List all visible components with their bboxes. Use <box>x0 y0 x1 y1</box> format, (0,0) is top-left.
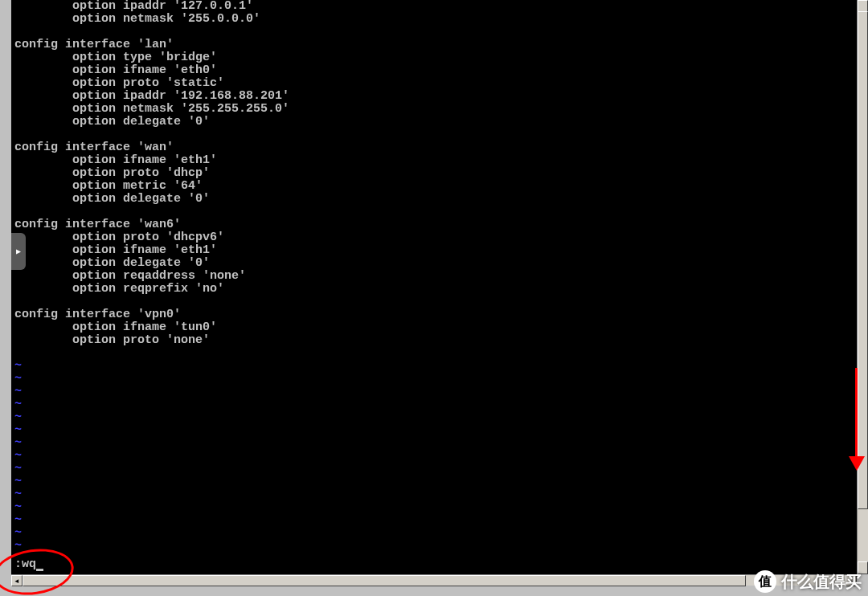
vim-command: :wq <box>14 557 36 571</box>
horizontal-scrollbar[interactable]: ◄ ► <box>11 574 857 586</box>
cursor <box>36 569 43 571</box>
vim-empty-line: ~ <box>14 386 854 398</box>
vim-empty-line: ~ <box>14 527 854 540</box>
vim-empty-line: ~ <box>14 360 854 373</box>
terminal[interactable]: option ipaddr '127.0.0.1' option netmask… <box>11 0 857 574</box>
vim-empty-line: ~ <box>14 514 854 527</box>
vim-empty-line: ~ <box>14 463 854 476</box>
watermark: 值 什么值得买 <box>754 570 862 593</box>
vim-empty-line: ~ <box>14 476 854 488</box>
vim-empty-line: ~ <box>14 398 854 411</box>
vim-empty-line: ~ <box>14 424 854 437</box>
terminal-content: option ipaddr '127.0.0.1' option netmask… <box>11 0 857 553</box>
vim-empty-line: ~ <box>14 488 854 501</box>
vim-empty-line: ~ <box>14 450 854 463</box>
side-expand-tab[interactable]: ▶ <box>11 233 26 270</box>
vertical-scrollbar[interactable] <box>857 0 868 574</box>
chevron-right-icon: ▶ <box>16 247 21 256</box>
vertical-scrollbar-thumb[interactable] <box>858 11 868 509</box>
vim-empty-line: ~ <box>14 411 854 424</box>
scroll-left-button[interactable]: ◄ <box>11 575 23 586</box>
horizontal-scrollbar-thumb[interactable] <box>23 575 746 586</box>
vim-command-line[interactable]: :wq <box>14 558 43 571</box>
vim-empty-line: ~ <box>14 373 854 386</box>
watermark-logo: 值 <box>754 570 776 593</box>
vim-empty-line: ~ <box>14 437 854 450</box>
watermark-text: 什么值得买 <box>781 571 862 593</box>
vim-empty-line: ~ <box>14 501 854 514</box>
vim-empty-line: ~ <box>14 540 854 553</box>
